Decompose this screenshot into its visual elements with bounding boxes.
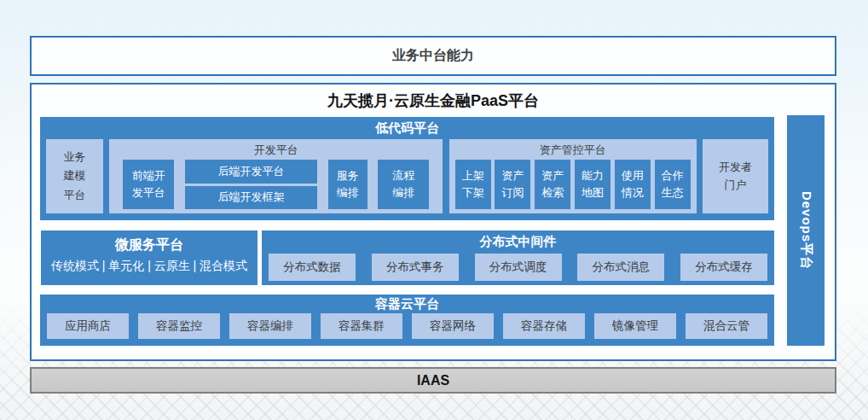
container-item-monitoring: 容器监控: [138, 313, 220, 339]
container-item-image-mgmt: 镜像管理: [594, 313, 676, 339]
dev-platform-title: 开发平台: [109, 140, 443, 160]
service-orchestration-box: 服务 编排: [328, 160, 367, 209]
business-middle-platform-banner: 业务中台能力: [30, 36, 836, 76]
asset-mgmt-row: 上架 下架 资产 订阅 资产 检索 能力 地图 使用 情况 合作 生态: [449, 160, 697, 209]
business-middle-platform-label: 业务中台能力: [392, 47, 474, 65]
asset-mgmt-title: 资产管控平台: [449, 140, 697, 160]
middleware-item-scheduling: 分布式调度: [475, 254, 562, 281]
frontend-dev-box: 前端开 发平台: [123, 160, 174, 209]
middleware-item-messaging: 分布式消息: [577, 254, 664, 281]
container-item-network: 容器网络: [412, 313, 494, 339]
dev-platform-group: 开发平台 前端开 发平台 后端开发平台 后端开发框架 服务 编排 流程 编排: [109, 139, 443, 213]
architecture-diagram: 业务中台能力 九天揽月·云原生金融PaaS平台 低代码平台 业务 建模 平台 开…: [0, 0, 868, 420]
middleware-item-cache: 分布式缓存: [680, 254, 767, 281]
asset-item-usage: 使用 情况: [615, 160, 651, 209]
middleware-item-transaction: 分布式事务: [372, 254, 459, 281]
middleware-section: 分布式中间件 分布式数据 分布式事务 分布式调度 分布式消息 分布式缓存: [262, 230, 774, 285]
container-cloud-row: 应用商店 容器监控 容器编排 容器集群 容器网络 容器存储 镜像管理 混合云管: [40, 312, 774, 338]
container-item-orchestration: 容器编排: [229, 313, 311, 339]
container-item-cluster: 容器集群: [321, 313, 402, 339]
asset-item-subscribe: 资产 订阅: [495, 160, 530, 209]
middleware-item-data: 分布式数据: [269, 254, 356, 281]
container-cloud-title: 容器云平台: [40, 295, 774, 312]
asset-item-ecosystem: 合作 生态: [655, 160, 691, 209]
microservice-title: 微服务平台: [41, 235, 258, 255]
iaas-label: IAAS: [417, 373, 449, 388]
platform-title: 九天揽月·云原生金融PaaS平台: [32, 85, 835, 117]
microservice-section: 微服务平台 传统模式 | 单元化 | 云原生 | 混合模式: [41, 230, 258, 285]
business-modeling-box: 业务 建模 平台: [46, 139, 103, 213]
dev-platform-row: 前端开 发平台 后端开发平台 后端开发框架 服务 编排 流程 编排: [109, 160, 443, 209]
devops-bar: Devops平台: [787, 115, 825, 346]
iaas-bar: IAAS: [30, 367, 836, 394]
asset-item-search: 资产 检索: [535, 160, 570, 209]
container-cloud-section: 容器云平台 应用商店 容器监控 容器编排 容器集群 容器网络 容器存储 镜像管理…: [40, 295, 774, 346]
asset-item-capability-map: 能力 地图: [575, 160, 610, 209]
container-item-storage: 容器存储: [503, 313, 585, 339]
container-item-hybrid-cloud: 混合云管: [686, 313, 767, 339]
lowcode-row: 业务 建模 平台 开发平台 前端开 发平台 后端开发平台 后端开发框架 服务 编…: [40, 138, 774, 213]
middleware-title: 分布式中间件: [262, 230, 774, 252]
container-item-app-store: 应用商店: [47, 313, 129, 339]
developer-portal-box: 开发者 门户: [703, 139, 768, 213]
asset-mgmt-group: 资产管控平台 上架 下架 资产 订阅 资产 检索 能力 地图 使用 情况 合作 …: [449, 139, 697, 213]
devops-label: Devops平台: [798, 191, 814, 270]
middleware-row: 分布式数据 分布式事务 分布式调度 分布式消息 分布式缓存: [262, 252, 774, 279]
lowcode-title: 低代码平台: [40, 117, 774, 138]
paas-platform-container: 九天揽月·云原生金融PaaS平台 低代码平台 业务 建模 平台 开发平台 前端开…: [30, 83, 836, 361]
lowcode-section: 低代码平台 业务 建模 平台 开发平台 前端开 发平台 后端开发平台 后端开发框…: [40, 117, 774, 220]
backend-dev-framework-box: 后端开发框架: [185, 186, 317, 210]
asset-item-shelf: 上架 下架: [455, 160, 491, 209]
microservice-modes: 传统模式 | 单元化 | 云原生 | 混合模式: [41, 255, 258, 274]
process-orchestration-box: 流程 编排: [378, 160, 429, 209]
backend-dev-platform-box: 后端开发平台: [185, 160, 317, 184]
backend-stack: 后端开发平台 后端开发框架: [185, 160, 317, 209]
